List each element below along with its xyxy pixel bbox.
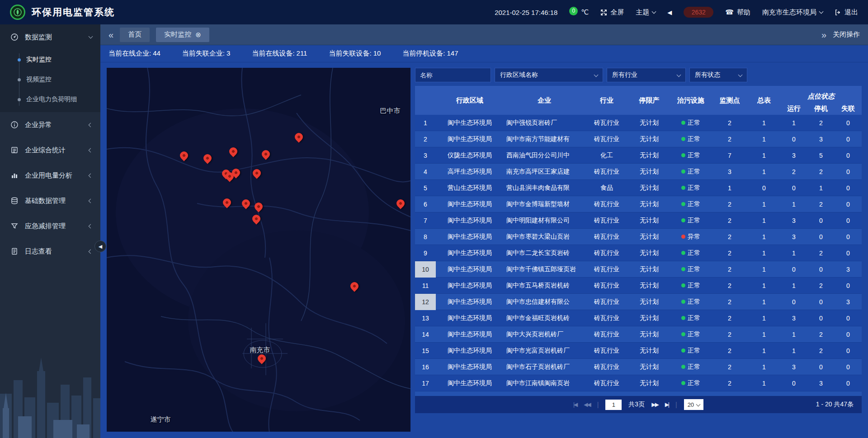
map[interactable]: 巴中市 南充市 遂宁市 (107, 68, 410, 432)
theme-dropdown[interactable]: 主题 (636, 8, 656, 17)
table-row[interactable]: 17 阆中生态环境局 阆中市江南镇阆南页岩 砖瓦行业 无计划 正常 2 1 (415, 375, 862, 391)
table-row[interactable]: 13 阆中生态环境局 阆中市金福旺页岩机砖 砖瓦行业 无计划 正常 2 1 (415, 310, 862, 326)
stop-cell: 0 (807, 217, 835, 224)
meters-cell: 1 (748, 347, 780, 354)
page-size-select[interactable]: 20 (684, 399, 703, 410)
map-city-label: 遂宁市 (151, 415, 171, 424)
region-filter-select[interactable]: 行政区域名称 (495, 68, 603, 82)
sidebar-item-emergency-reduction[interactable]: 应急减排管理 (0, 213, 100, 239)
tab-close-icon[interactable]: ⊗ (195, 31, 201, 38)
points-cell: 2 (712, 380, 748, 387)
table-row[interactable]: 7 阆中生态环境局 阆中明阳建材有限公司 砖瓦行业 无计划 正常 2 1 (415, 212, 862, 229)
org-dropdown[interactable]: 南充市生态环境局 (762, 8, 823, 17)
first-page-icon[interactable]: |◀ (573, 401, 577, 408)
lost-cell: 0 (835, 184, 862, 192)
tabs-back-icon[interactable]: « (108, 30, 113, 39)
alert-count-badge[interactable]: 2632 (684, 7, 713, 18)
facility-status-cell: 正常 (670, 249, 712, 257)
facility-status-cell: 正常 (670, 168, 712, 176)
lost-cell: 0 (835, 282, 862, 289)
point-status-group-header: 点位状态 运行 停机 失联 (780, 88, 862, 113)
status-filter-select[interactable]: 所有状态 (689, 68, 747, 82)
logout-button[interactable]: 退出 (835, 8, 858, 17)
table-row[interactable]: 10 阆中生态环境局 阆中市千佛镇五郎垭页岩 砖瓦行业 无计划 正常 2 1 (415, 261, 862, 278)
tab-realtime-monitoring[interactable]: 实时监控 ⊗ (156, 28, 209, 42)
company-cell: 阆中市忠信建材有限公 (504, 298, 585, 306)
meters-cell: 1 (748, 152, 780, 159)
help-button[interactable]: ☎ 帮助 (725, 8, 750, 17)
close-operation-button[interactable]: 关闭操作 (833, 30, 860, 39)
table-row[interactable]: 9 阆中生态环境局 阆中市二龙长宝页岩砖 砖瓦行业 无计划 正常 2 1 (415, 245, 862, 261)
tabs-forward-icon[interactable]: » (821, 30, 826, 39)
next-page-icon[interactable]: ▶▶ (651, 401, 658, 408)
table-row[interactable]: 5 营山生态环境局 营山县润丰肉食品有限 食品 无计划 正常 1 0 0 (415, 180, 862, 196)
funnel-icon (10, 222, 19, 230)
tab-home[interactable]: 首页 (120, 28, 150, 42)
industry-cell: 砖瓦行业 (585, 265, 628, 273)
table-row[interactable]: 3 仪陇生态环境局 西南油气田分公司川中 化工 无计划 正常 7 1 3 (415, 147, 862, 164)
meters-cell: 1 (748, 331, 780, 338)
bullet-dot-icon (18, 98, 21, 101)
region-cell: 阆中生态环境局 (436, 314, 504, 322)
table-row[interactable]: 1 阆中生态环境局 阆中强锐页岩砖厂 砖瓦行业 无计划 正常 2 1 1 (415, 115, 862, 131)
run-cell: 3 (780, 217, 807, 224)
row-index-cell: 5 (415, 180, 436, 196)
last-page-icon[interactable]: ▶| (665, 401, 669, 408)
table-row[interactable]: 11 阆中生态环境局 阆中市五马桥页岩机砖 砖瓦行业 无计划 正常 2 1 (415, 278, 862, 294)
row-index-cell: 7 (415, 212, 436, 229)
sidebar-item-enterprise-abnormal[interactable]: 企业异常 (0, 112, 100, 137)
sidebar-item-enterprise-statistics[interactable]: 企业综合统计 (0, 137, 100, 163)
table-row[interactable]: 15 阆中生态环境局 阆中市光富页岩机砖厂 砖瓦行业 无计划 正常 2 1 (415, 343, 862, 359)
name-filter-input[interactable] (415, 68, 491, 82)
table-row[interactable]: 16 阆中生态环境局 阆中市石子页岩机砖厂 砖瓦行业 无计划 正常 2 1 (415, 359, 862, 375)
status-dot-icon (681, 332, 685, 336)
table-row[interactable]: 8 阆中生态环境局 阆中市枣碧大梁山页岩 砖瓦行业 无计划 异常 2 1 (415, 229, 862, 245)
industry-cell: 化工 (585, 151, 628, 160)
table-row[interactable]: 18 南部生态环境局 南部县建兴页岩砖有限 砖瓦行业 无计划 正常 2 1 (415, 391, 862, 396)
region-cell: 阆中生态环境局 (436, 379, 504, 387)
row-index-cell: 4 (415, 164, 436, 180)
table-row[interactable]: 2 阆中生态环境局 阆中市南方节能建材有 砖瓦行业 无计划 正常 2 1 (415, 131, 862, 147)
run-cell: 3 (780, 152, 807, 159)
facility-status-cell: 正常 (670, 347, 712, 355)
run-cell: 1 (780, 282, 807, 289)
sidebar-item-log-view[interactable]: 日志查看 (0, 239, 100, 264)
industry-filter-select[interactable]: 所有行业 (607, 68, 686, 82)
points-cell: 3 (712, 168, 748, 175)
facility-status-cell: 正常 (670, 184, 712, 192)
prev-page-icon[interactable]: ◀◀ (584, 401, 590, 408)
page-number-input[interactable] (605, 400, 622, 410)
lost-cell: 0 (835, 152, 862, 159)
sidebar-item-power-analysis[interactable]: 企业用电量分析 (0, 163, 100, 188)
facility-status-cell: 正常 (670, 135, 712, 143)
bullet-dot-icon (18, 58, 21, 61)
points-cell: 2 (712, 250, 748, 257)
limit-cell: 无计划 (628, 184, 670, 192)
sidebar-item-power-load-detail[interactable]: 企业电力负荷明细 (0, 89, 100, 109)
bullet-dot-icon (18, 78, 21, 81)
map-collapse-button[interactable]: ◀ (94, 240, 106, 252)
facility-status-cell: 正常 (670, 330, 712, 339)
table-row[interactable]: 14 阆中生态环境局 阆中大兴页岩机砖厂 砖瓦行业 无计划 正常 2 1 (415, 326, 862, 343)
facility-status-cell: 正常 (670, 298, 712, 306)
sidebar-item-video-monitoring[interactable]: 视频监控 (0, 70, 100, 89)
table-row[interactable]: 4 高坪生态环境局 南充市高坪区王家店建 砖瓦行业 无计划 正常 3 1 (415, 164, 862, 180)
database-icon (10, 197, 19, 205)
industry-cell: 砖瓦行业 (585, 249, 628, 257)
fullscreen-button[interactable]: 全屏 (600, 8, 624, 17)
stat-item: 当前在线设备:211 (252, 49, 307, 58)
temperature-value: 0 (569, 7, 578, 15)
table-row[interactable]: 12 阆中生态环境局 阆中市忠信建材有限公 砖瓦行业 无计划 正常 2 1 (415, 294, 862, 310)
status-dot-icon (681, 381, 685, 385)
lost-cell: 0 (835, 363, 862, 371)
limit-cell: 无计划 (628, 200, 670, 208)
sidebar-item-base-data[interactable]: 基础数据管理 (0, 188, 100, 213)
chevron-left-icon (89, 198, 93, 203)
sound-icon[interactable]: ◀ (667, 9, 672, 16)
region-cell: 营山生态环境局 (436, 184, 504, 192)
run-cell: 1 (780, 347, 807, 354)
table-row[interactable]: 6 阆中生态环境局 阆中市金博瑞新型墙材 砖瓦行业 无计划 正常 2 1 (415, 196, 862, 212)
sidebar-item-realtime-monitoring[interactable]: 实时监控 (0, 50, 100, 70)
sidebar-item-data-monitoring[interactable]: 数据监测 (0, 24, 100, 50)
run-cell: 1 (780, 119, 807, 127)
